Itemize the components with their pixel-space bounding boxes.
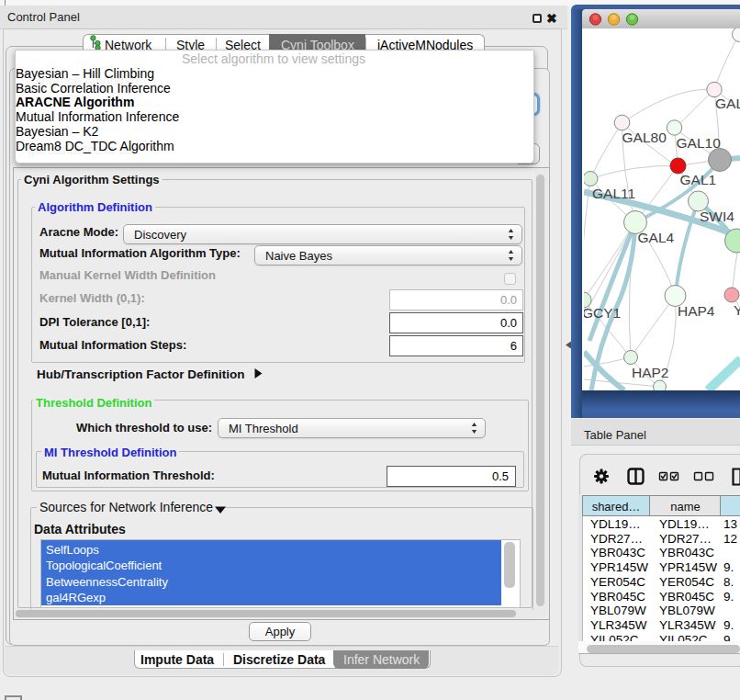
svg-text:GCY1: GCY1 bbox=[584, 305, 621, 321]
svg-text:GAL10: GAL10 bbox=[677, 135, 722, 151]
svg-text:GAL11: GAL11 bbox=[592, 186, 635, 201]
svg-text:GAL80: GAL80 bbox=[622, 130, 667, 145]
svg-text:GAL4: GAL4 bbox=[638, 230, 675, 245]
svg-text:SWI4: SWI4 bbox=[700, 209, 734, 224]
svg-text:GAL1: GAL1 bbox=[680, 172, 717, 187]
svg-text:GAL: GAL bbox=[715, 96, 740, 111]
svg-text:Y: Y bbox=[734, 302, 740, 318]
svg-text:HAP4: HAP4 bbox=[678, 303, 715, 319]
svg-text:HAP2: HAP2 bbox=[632, 365, 669, 380]
